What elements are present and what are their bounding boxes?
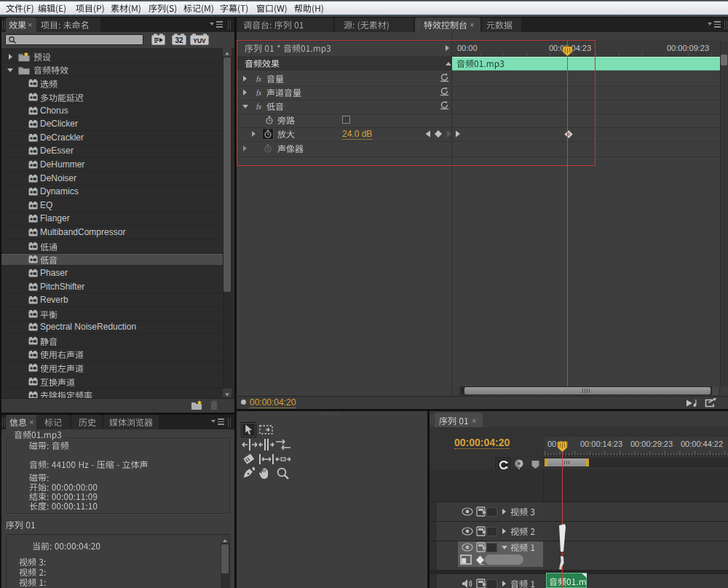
svg-text:YUV: YUV — [193, 37, 206, 44]
svg-text:32: 32 — [175, 36, 183, 44]
